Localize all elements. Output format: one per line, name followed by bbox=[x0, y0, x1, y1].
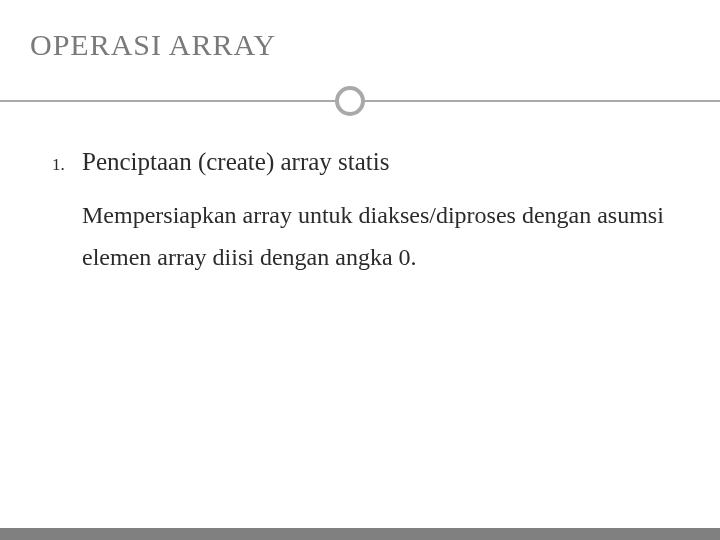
divider bbox=[0, 86, 720, 116]
list-item: 1. Penciptaan (create) array statis bbox=[52, 148, 680, 176]
bottom-accent-bar bbox=[0, 528, 720, 540]
list-heading: Penciptaan (create) array statis bbox=[82, 148, 389, 176]
list-number: 1. bbox=[52, 155, 82, 175]
slide-title: OPERASI ARRAY bbox=[30, 28, 690, 62]
content-area: 1. Penciptaan (create) array statis Memp… bbox=[30, 140, 690, 278]
divider-circle-icon bbox=[335, 86, 365, 116]
list-body-text: Mempersiapkan array untuk diakses/dipros… bbox=[82, 194, 680, 278]
slide: OPERASI ARRAY 1. Penciptaan (create) arr… bbox=[0, 0, 720, 540]
